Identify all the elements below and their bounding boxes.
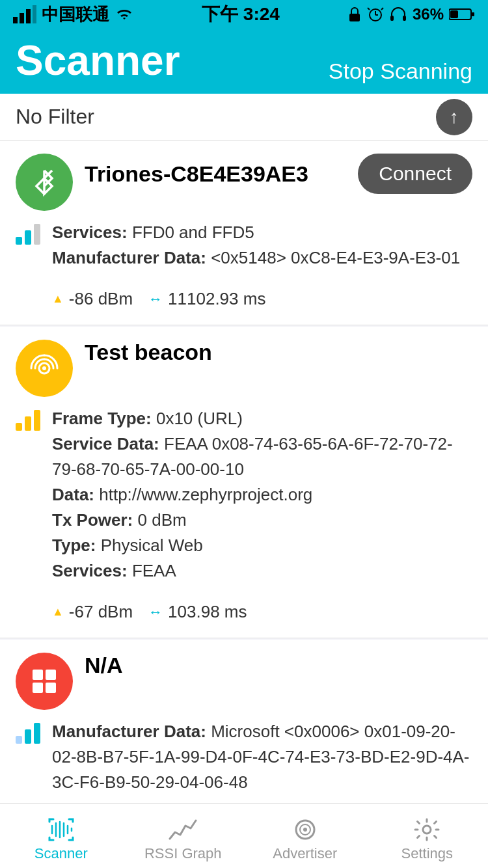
detail-line: Frame Type: 0x10 (URL) [52, 406, 472, 431]
detail-value: http://www.zephyrproject.org [99, 485, 312, 504]
interval-metric: ↔ 11102.93 ms [148, 286, 265, 312]
filter-label: No Filter [16, 105, 94, 129]
detail-line: Service Data: FEAA 0x08-74-63-65-6A-6F-7… [52, 431, 472, 482]
svg-rect-13 [450, 10, 458, 18]
device-metrics: ▲ -86 dBm ↔ 11102.93 ms [52, 280, 472, 312]
rssi-value: -67 dBm [69, 599, 133, 625]
upload-button[interactable]: ↑ [436, 99, 472, 135]
tab-bar: Scanner RSSI Graph Advertiser Settings [0, 803, 488, 868]
detail-line: Tx Power: 0 dBm [52, 508, 472, 533]
device-icon-bluetooth [16, 154, 73, 211]
detail-line: Services: FFD0 and FFD5 [52, 220, 472, 245]
detail-value: 0x10 (URL) [156, 409, 243, 428]
detail-line: Services: FEAA [52, 558, 472, 584]
signal-icon [13, 5, 36, 23]
svg-line-8 [368, 8, 370, 10]
interval-value: 103.98 ms [168, 599, 247, 625]
stop-scanning-button[interactable]: Stop Scanning [329, 59, 472, 84]
tab-settings[interactable]: Settings [366, 810, 489, 862]
windows-icon [27, 664, 61, 698]
device-name: Triones-C8E4E39AE3 [85, 161, 308, 187]
rssi-metric: ▲ -86 dBm [52, 286, 133, 312]
bar-2 [25, 416, 31, 431]
headphones-icon [389, 7, 407, 22]
status-left: 中国联通 [13, 3, 134, 26]
detail-value: 0 dBm [137, 510, 186, 530]
device-details: Frame Type: 0x10 (URL) Service Data: FEA… [52, 406, 472, 625]
device-icon-windows [16, 653, 73, 710]
device-icon-beacon [16, 340, 73, 397]
detail-line: Data: http://www.zephyrproject.org [52, 482, 472, 508]
status-bar: 中国联通 下午 3:24 36% [0, 0, 488, 29]
tab-scanner-label: Scanner [34, 845, 88, 862]
arrows-icon: ↔ [148, 601, 163, 623]
device-list: Triones-C8E4E39AE3 Connect Services: FFD… [0, 141, 488, 868]
battery-label: 36% [413, 5, 444, 23]
bar-1 [16, 736, 22, 744]
svg-rect-4 [349, 14, 360, 21]
tab-advertiser-label: Advertiser [273, 845, 337, 862]
bar-3 [34, 224, 40, 245]
detail-label: Data: [52, 485, 94, 504]
bluetooth-icon [27, 165, 61, 199]
connect-button[interactable]: Connect [358, 154, 472, 194]
device-card: Triones-C8E4E39AE3 Connect Services: FFD… [0, 141, 488, 325]
svg-rect-18 [46, 670, 56, 680]
device-metrics: ▲ -67 dBm ↔ 103.98 ms [52, 593, 472, 625]
interval-value: 11102.93 ms [168, 286, 265, 312]
detail-label: Services: [52, 561, 128, 580]
carrier-label: 中国联通 [42, 3, 109, 26]
tab-rssi-label: RSSI Graph [144, 845, 222, 862]
svg-point-23 [303, 828, 307, 832]
signal-bars [16, 221, 40, 245]
detail-value: FFD0 and FFD5 [132, 223, 254, 242]
detail-value: Physical Web [101, 536, 203, 555]
svg-rect-3 [33, 5, 36, 23]
svg-rect-1 [20, 13, 24, 23]
detail-label: Type: [52, 536, 96, 555]
svg-rect-20 [46, 683, 56, 693]
app-title: Scanner [16, 36, 180, 85]
detail-value: FEAA [132, 561, 176, 580]
tab-advertiser[interactable]: Advertiser [244, 810, 366, 862]
advertiser-tab-icon [291, 817, 319, 843]
bar-2 [25, 729, 31, 744]
bar-3 [34, 723, 40, 744]
status-right: 36% [347, 5, 475, 23]
interval-metric: ↔ 103.98 ms [148, 599, 247, 625]
battery-icon [449, 7, 475, 21]
settings-tab-icon [413, 817, 441, 843]
status-time: 下午 3:24 [202, 2, 280, 27]
bar-1 [16, 423, 22, 431]
svg-point-24 [423, 826, 431, 834]
device-card: Test beacon Frame Type: 0x10 (URL) Servi… [0, 327, 488, 638]
detail-label: Manufacturer Data: [52, 248, 206, 267]
detail-line: Manufacturer Data: <0x5148> 0xC8-E4-E3-9… [52, 245, 472, 271]
device-details: Services: FFD0 and FFD5 Manufacturer Dat… [52, 220, 472, 312]
rssi-value: -86 dBm [69, 286, 133, 312]
beacon-icon [27, 351, 61, 385]
svg-line-9 [381, 8, 383, 10]
arrows-icon: ↔ [148, 288, 163, 310]
bar-2 [25, 230, 31, 245]
filter-bar: No Filter ↑ [0, 94, 488, 141]
triangle-icon: ▲ [52, 290, 64, 308]
detail-label: Frame Type: [52, 409, 152, 428]
triangle-icon: ▲ [52, 603, 64, 621]
rssi-metric: ▲ -67 dBm [52, 599, 133, 625]
scanner-tab-icon [47, 817, 75, 843]
tab-rssi[interactable]: RSSI Graph [122, 810, 245, 862]
detail-label: Services: [52, 223, 128, 242]
svg-rect-2 [26, 9, 31, 23]
signal-bars [16, 720, 40, 744]
detail-label: Service Data: [52, 434, 159, 454]
detail-label: Manufacturer Data: [52, 722, 206, 741]
svg-rect-0 [13, 17, 18, 23]
tab-scanner[interactable]: Scanner [0, 810, 122, 862]
svg-rect-14 [472, 12, 474, 16]
svg-rect-19 [33, 683, 43, 693]
svg-point-16 [42, 366, 46, 370]
detail-line: Type: Physical Web [52, 533, 472, 558]
detail-label: Tx Power: [52, 510, 133, 530]
svg-rect-17 [33, 670, 43, 680]
